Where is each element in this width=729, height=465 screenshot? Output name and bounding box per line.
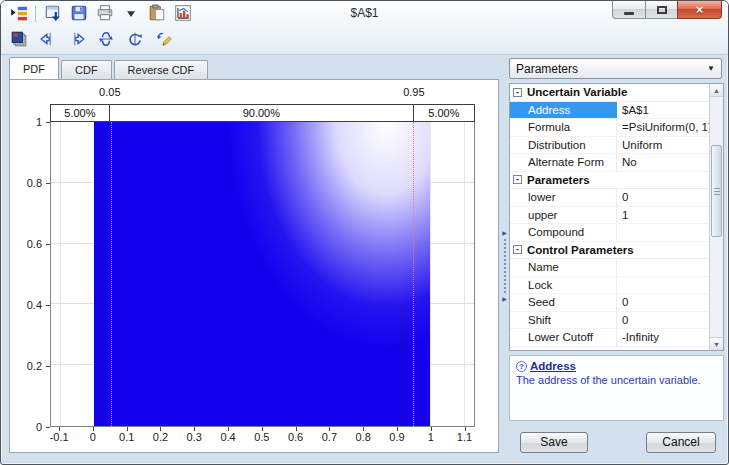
collapse-icon[interactable]: - bbox=[513, 245, 522, 254]
collapse-icon[interactable]: - bbox=[513, 88, 522, 97]
property-value-lock[interactable] bbox=[617, 277, 709, 294]
property-row-lower-cutoff[interactable]: Lower Cutoff-Infinity bbox=[510, 329, 709, 347]
property-label-seed[interactable]: Seed bbox=[510, 294, 617, 311]
scrollbar-track[interactable] bbox=[710, 97, 723, 337]
chart-toolbar bbox=[7, 29, 175, 51]
x-tick-label: 1.1 bbox=[457, 431, 472, 443]
percentile-label: 0.05 bbox=[99, 86, 120, 98]
close-button[interactable]: × bbox=[677, 1, 722, 19]
paste-icon bbox=[148, 4, 166, 25]
y-tick-mark bbox=[46, 305, 50, 306]
x-tick-mark bbox=[465, 427, 466, 431]
panel-selector-dropdown[interactable]: Parameters ▼ bbox=[509, 58, 722, 79]
percentile-label: 0.95 bbox=[403, 86, 424, 98]
property-category-label: Uncertain Variable bbox=[527, 86, 627, 98]
window-header: $A$1 × bbox=[1, 1, 728, 55]
splitter-collapse-icon: ▶ bbox=[502, 296, 507, 302]
y-tick-mark bbox=[46, 244, 50, 245]
print-button[interactable] bbox=[93, 3, 116, 25]
place-in-worksheet-icon bbox=[44, 4, 62, 25]
cancel-button[interactable]: Cancel bbox=[646, 432, 716, 453]
property-grid-scrollbar[interactable]: ▲ ▼ bbox=[709, 84, 723, 350]
property-label-lock[interactable]: Lock bbox=[510, 277, 617, 294]
property-row-lock[interactable]: Lock bbox=[510, 277, 709, 295]
annotate-button[interactable] bbox=[152, 29, 175, 51]
scrollbar-up-button[interactable]: ▲ bbox=[710, 84, 723, 97]
property-label-upper[interactable]: upper bbox=[510, 207, 617, 224]
flip-left-icon bbox=[39, 30, 57, 51]
property-label-name[interactable]: Name bbox=[510, 259, 617, 276]
property-value-lower[interactable]: 0 bbox=[617, 189, 709, 206]
property-value-formula[interactable]: =PsiUniform(0, 1) bbox=[617, 119, 709, 136]
property-category-uncertain-variable[interactable]: -Uncertain Variable bbox=[510, 84, 709, 102]
rotate-clockwise-button[interactable] bbox=[123, 29, 146, 51]
property-value-lower-cutoff[interactable]: -Infinity bbox=[617, 329, 709, 346]
property-category-control-parameters[interactable]: -Control Parameters bbox=[510, 242, 709, 260]
save-button[interactable] bbox=[67, 3, 90, 25]
property-value-shift[interactable]: 0 bbox=[617, 312, 709, 329]
property-row-seed[interactable]: Seed0 bbox=[510, 294, 709, 312]
y-tick-label: 0 bbox=[36, 421, 42, 433]
property-row-compound[interactable]: Compound bbox=[510, 224, 709, 242]
panel-splitter[interactable]: ▶ ▶ bbox=[500, 79, 509, 453]
paste-button[interactable] bbox=[145, 3, 168, 25]
property-row-alternate-form[interactable]: Alternate FormNo bbox=[510, 154, 709, 172]
flip-left-button[interactable] bbox=[36, 29, 59, 51]
property-label-alternate-form[interactable]: Alternate Form bbox=[510, 154, 617, 171]
flip-right-button[interactable] bbox=[65, 29, 88, 51]
property-value-name[interactable] bbox=[617, 259, 709, 276]
property-label-formula[interactable]: Formula bbox=[510, 119, 617, 136]
chevron-down-icon: ▼ bbox=[707, 64, 715, 73]
property-label-compound[interactable]: Compound bbox=[510, 224, 617, 241]
y-tick-mark bbox=[46, 183, 50, 184]
property-label-lower[interactable]: lower bbox=[510, 189, 617, 206]
property-category-label: Parameters bbox=[527, 174, 590, 186]
property-row-address[interactable]: Address$A$1 bbox=[510, 102, 709, 120]
collapse-icon[interactable]: - bbox=[513, 175, 522, 184]
property-value-compound[interactable] bbox=[617, 224, 709, 241]
property-category-parameters[interactable]: -Parameters bbox=[510, 172, 709, 190]
property-value-alternate-form[interactable]: No bbox=[617, 154, 709, 171]
property-label-lower-cutoff[interactable]: Lower Cutoff bbox=[510, 329, 617, 346]
simulation-results-button[interactable] bbox=[7, 3, 30, 25]
rotate-vertical-button[interactable] bbox=[94, 29, 117, 51]
percentile-marker-line[interactable] bbox=[111, 122, 112, 426]
print-options-dropdown-button[interactable] bbox=[119, 3, 142, 25]
y-tick-label: 1 bbox=[36, 116, 42, 128]
parameters-panel: Parameters ▼ -Uncertain VariableAddress$… bbox=[509, 58, 724, 459]
property-value-upper[interactable]: 1 bbox=[617, 207, 709, 224]
property-row-distribution[interactable]: DistributionUniform bbox=[510, 137, 709, 155]
y-tick-mark bbox=[46, 122, 50, 123]
y-tick-mark bbox=[46, 366, 50, 367]
x-tick-mark bbox=[93, 427, 94, 431]
percentile-marker-line[interactable] bbox=[413, 122, 414, 426]
maximize-button[interactable] bbox=[646, 1, 677, 19]
property-label-shift[interactable]: Shift bbox=[510, 312, 617, 329]
tab-reverse-cdf[interactable]: Reverse CDF bbox=[114, 60, 209, 79]
property-row-lower[interactable]: lower0 bbox=[510, 189, 709, 207]
quick-access-toolbar bbox=[7, 3, 194, 25]
property-row-name[interactable]: Name bbox=[510, 259, 709, 277]
minimize-button[interactable] bbox=[612, 1, 646, 19]
tab-pdf[interactable]: PDF bbox=[9, 57, 59, 79]
gridline-vertical bbox=[430, 122, 431, 426]
y-tick-label: 0.6 bbox=[27, 238, 42, 250]
scrollbar-down-button[interactable]: ▼ bbox=[710, 337, 723, 350]
property-row-upper[interactable]: upper1 bbox=[510, 207, 709, 225]
property-value-distribution[interactable]: Uniform bbox=[617, 137, 709, 154]
property-label-address[interactable]: Address bbox=[510, 102, 617, 119]
tab-cdf[interactable]: CDF bbox=[61, 60, 112, 79]
property-row-shift[interactable]: Shift0 bbox=[510, 312, 709, 330]
copy-chart-button[interactable] bbox=[7, 29, 30, 51]
place-in-worksheet-button[interactable] bbox=[41, 3, 64, 25]
save-button[interactable]: Save bbox=[520, 432, 588, 453]
property-label-distribution[interactable]: Distribution bbox=[510, 137, 617, 154]
close-icon: × bbox=[696, 3, 704, 16]
x-tick-label: 0.7 bbox=[322, 431, 337, 443]
x-tick-mark bbox=[160, 427, 161, 431]
gridline-vertical bbox=[60, 122, 61, 426]
property-value-address[interactable]: $A$1 bbox=[617, 102, 709, 119]
property-value-seed[interactable]: 0 bbox=[617, 294, 709, 311]
property-row-formula[interactable]: Formula=PsiUniform(0, 1) bbox=[510, 119, 709, 137]
scrollbar-thumb[interactable] bbox=[711, 145, 722, 237]
